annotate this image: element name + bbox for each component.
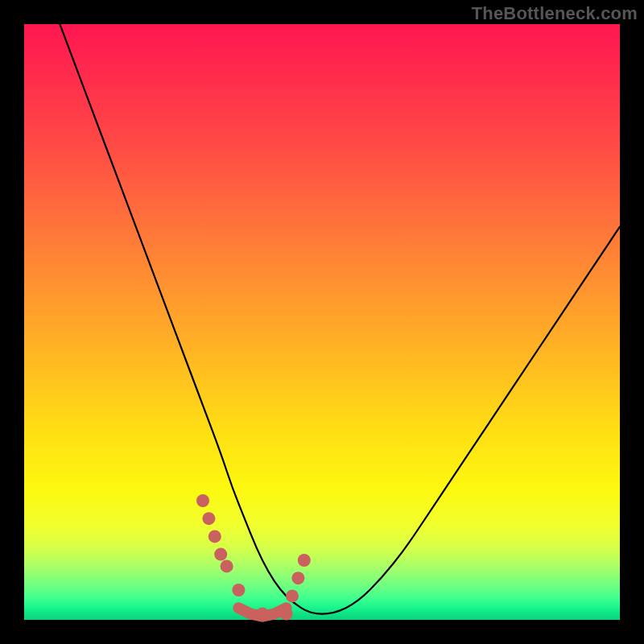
highlight-dot — [221, 559, 233, 572]
chart-frame: TheBottleneck.com — [0, 0, 644, 644]
curve-svg — [24, 24, 620, 620]
plot-area — [24, 24, 620, 620]
highlight-dot — [280, 608, 293, 621]
highlight-dot — [196, 494, 209, 507]
highlight-dot — [214, 548, 227, 561]
highlight-dot — [256, 608, 269, 621]
highlight-dots — [196, 494, 311, 621]
highlight-dot — [232, 584, 245, 597]
bottleneck-curve — [60, 24, 620, 614]
highlight-dot — [202, 512, 215, 525]
watermark-text: TheBottleneck.com — [472, 3, 638, 24]
highlight-dot — [208, 530, 221, 543]
highlight-dot — [286, 589, 299, 602]
highlight-dot — [291, 572, 304, 584]
highlight-dot — [298, 554, 311, 567]
